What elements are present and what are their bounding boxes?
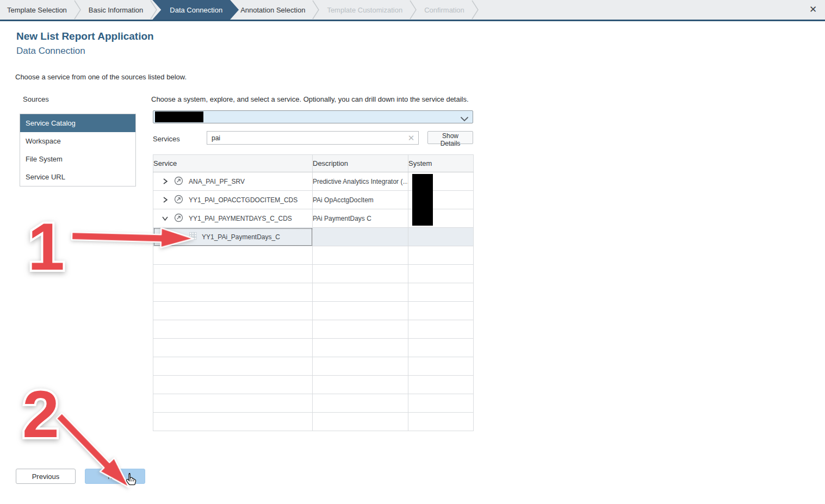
entity-description <box>313 228 408 246</box>
tab-template-customization: Template Customization <box>320 0 410 20</box>
tab-separator-icon <box>312 0 320 20</box>
table-row-empty <box>153 413 474 431</box>
table-grid-icon <box>189 232 197 241</box>
svg-text:2: 2 <box>22 377 59 447</box>
service-description: PAi PaymentDays C <box>313 209 408 228</box>
tab-label: Annotation Selection <box>240 6 305 14</box>
page-title: New List Report Application <box>16 30 154 42</box>
close-icon[interactable]: ✕ <box>807 4 819 16</box>
tab-label: Basic Information <box>89 6 143 14</box>
table-row-entity-selected[interactable]: YY1_PAi_PaymentDays_C <box>153 228 474 246</box>
tab-confirmation: Confirmation <box>417 0 472 20</box>
source-item-workspace[interactable]: Workspace <box>20 132 135 150</box>
entity-name: YY1_PAi_PaymentDays_C <box>202 233 280 241</box>
source-item-service-url[interactable]: Service URL <box>20 168 135 186</box>
service-description: Predictive Analytics Integrator (… <box>313 172 408 191</box>
system-dropdown[interactable] <box>153 110 473 123</box>
sources-list: Service Catalog Workspace File System Se… <box>20 114 136 186</box>
redacted-system-name <box>155 111 203 122</box>
previous-button[interactable]: Previous <box>16 469 76 484</box>
tab-separator-icon <box>74 0 82 20</box>
service-name: YY1_PAI_OPACCTGDOCITEM_CDS <box>189 196 297 204</box>
table-header-row: Service Description System <box>153 155 474 172</box>
table-row-empty <box>153 376 474 394</box>
annotation-arrow-2 <box>49 406 142 501</box>
show-details-button[interactable]: Show Details <box>427 131 473 144</box>
annotation-step-2-number: 2 <box>11 376 71 449</box>
tab-annotation-selection[interactable]: Annotation Selection <box>233 0 312 20</box>
service-link-icon <box>174 213 183 224</box>
service-name: ANA_PAI_PF_SRV <box>189 178 245 185</box>
service-link-icon <box>174 176 183 187</box>
tab-template-selection[interactable]: Template Selection <box>0 0 74 20</box>
clear-search-icon[interactable]: ✕ <box>407 134 415 142</box>
service-instruction: Choose a system, explore, and select a s… <box>151 95 469 103</box>
services-label: Services <box>153 135 180 143</box>
tab-basic-information[interactable]: Basic Information <box>82 0 150 20</box>
source-item-file-system[interactable]: File System <box>20 150 135 168</box>
service-link-icon <box>174 195 183 206</box>
annotation-step-1-number: 1 <box>16 209 76 282</box>
table-row-empty <box>153 394 474 413</box>
table-row-empty <box>153 339 474 357</box>
table-row-empty <box>153 283 474 302</box>
service-description: PAi OpAcctgDocItem <box>313 191 408 209</box>
entity-system <box>408 228 474 246</box>
expand-chevron-right-icon[interactable] <box>161 197 169 203</box>
tab-data-connection-active[interactable]: Data Connection <box>152 0 239 20</box>
table-row-empty <box>153 302 474 320</box>
intro-text: Choose a service from one of the sources… <box>15 73 187 81</box>
svg-text:1: 1 <box>28 210 65 279</box>
tab-separator-icon <box>472 0 479 20</box>
column-header-description[interactable]: Description <box>313 155 408 172</box>
tab-separator-icon <box>410 0 417 20</box>
expand-chevron-right-icon[interactable] <box>161 178 169 184</box>
tab-label: Template Selection <box>7 6 67 14</box>
tab-label: Data Connection <box>170 6 222 14</box>
wizard-tab-bar: Template Selection Basic Information Dat… <box>0 0 825 21</box>
table-row-empty <box>153 320 474 339</box>
chevron-down-icon <box>461 114 468 124</box>
tab-label: Template Customization <box>327 6 402 14</box>
sources-label: Sources <box>23 95 49 103</box>
services-search-input[interactable] <box>207 131 419 145</box>
column-header-system[interactable]: System <box>408 155 474 172</box>
tab-label: Confirmation <box>424 6 464 14</box>
service-name: YY1_PAI_PAYMENTDAYS_C_CDS <box>189 215 292 222</box>
column-header-service[interactable]: Service <box>153 155 313 172</box>
table-row-empty <box>153 265 474 283</box>
page-subtitle: Data Connection <box>16 46 85 57</box>
collapse-chevron-down-icon[interactable] <box>161 215 169 221</box>
source-item-service-catalog[interactable]: Service Catalog <box>20 114 135 132</box>
table-row-empty <box>153 246 474 265</box>
table-row-empty <box>153 357 474 376</box>
redacted-system-values <box>412 174 433 226</box>
next-button[interactable]: Next <box>85 469 145 484</box>
service-table-empty-rows <box>153 246 474 431</box>
